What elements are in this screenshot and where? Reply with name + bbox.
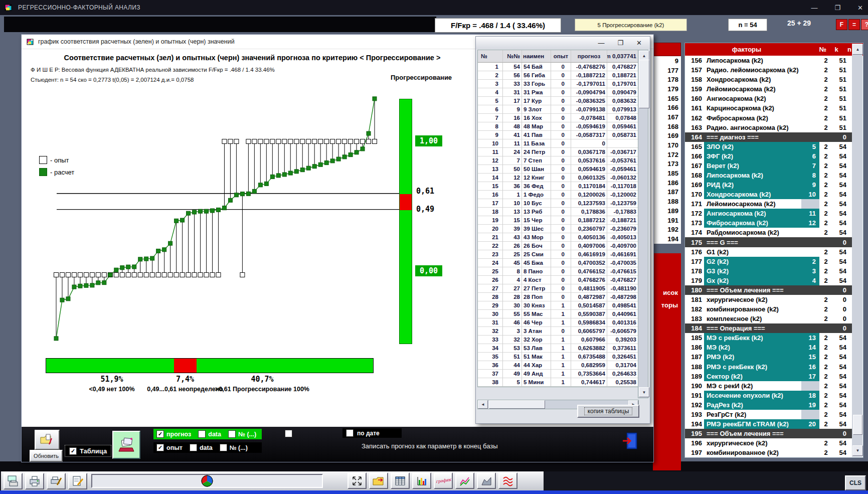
- factor-row[interactable]: 182комбинированное (k2)20: [685, 304, 852, 314]
- factor-row[interactable]: 157Радио. лейомиосаркома (k2)251: [685, 65, 852, 75]
- table-row[interactable]: 699 Злот0-0,07991380,079913: [478, 105, 639, 114]
- table-row[interactable]: 305555 Мас10,55903870,440961: [478, 310, 639, 318]
- table-row[interactable]: 153636 Фед00,1170184-0,117018: [478, 182, 639, 191]
- factor-row[interactable]: 186МЭ (k2)14254: [685, 343, 852, 352]
- factor-row[interactable]: 159Лейомиосаркома (k2)251: [685, 84, 852, 94]
- table-window-titlebar[interactable]: — ❐ ✕: [476, 37, 650, 49]
- table-row[interactable]: 171010 Бус00,1237593-0,123759: [478, 199, 639, 208]
- factor-row[interactable]: 173Фибросаркома (k2)12254: [685, 218, 852, 228]
- table-row[interactable]: 355151 Мак10,67354880,326451: [478, 353, 639, 361]
- table-row[interactable]: 43131 Ржа0-0,09047940,090479: [478, 88, 639, 97]
- factor-row[interactable]: 185МЭ с рекБекк (k2)13254: [685, 333, 852, 343]
- table-row[interactable]: 364444 Хар10,6829590,31704: [478, 361, 639, 370]
- table-row[interactable]: 181313 Ряб00,178836-0,17883: [478, 208, 639, 216]
- copy-table-button[interactable]: копия таблицы: [577, 405, 639, 418]
- close-icon[interactable]: ✕: [857, 4, 863, 12]
- scroll-thumb[interactable]: [639, 60, 649, 108]
- factor-row[interactable]: 188РМЭ с рекБекк (k2)16254: [685, 362, 852, 372]
- factor-row[interactable]: 160Ангиосаркома (k2)251: [685, 94, 852, 103]
- factor-row[interactable]: 162Фибросаркома (k2)251: [685, 113, 852, 122]
- card-file-button[interactable]: [112, 431, 140, 459]
- waves-chart-button[interactable]: [498, 472, 517, 489]
- factor-row[interactable]: 181хирургическое (k2)20: [685, 295, 852, 304]
- col-header-experiment[interactable]: опыт: [551, 50, 571, 62]
- factors-scrollbar[interactable]: ▲ ▼: [852, 44, 862, 457]
- number-checkbox[interactable]: [228, 430, 236, 438]
- table-row[interactable]: 282828 Поп00,4872987-0,487298: [478, 293, 639, 301]
- factor-row[interactable]: 184=== Операция ===0: [685, 323, 852, 333]
- table-row[interactable]: 1611 Федо00,1200026-0,120002: [478, 191, 639, 199]
- data-checkbox2[interactable]: [190, 444, 197, 451]
- factor-row[interactable]: 189Сектор (k2)17254: [685, 372, 852, 381]
- prognosis-option[interactable]: ✓прогноз: [156, 430, 191, 438]
- table-row[interactable]: 203939 Шес00,2360797-0,236079: [478, 225, 639, 233]
- table-row[interactable]: 15454 Бай0-0,47682760,476827: [478, 63, 639, 71]
- table-row[interactable]: 1277 Степ00,0537616-0,053761: [478, 156, 639, 165]
- refresh-button[interactable]: Обновить: [30, 450, 63, 462]
- col-header-name[interactable]: наимен: [522, 50, 551, 62]
- notes-button[interactable]: [68, 473, 87, 489]
- table-row[interactable]: 3233 Атан00,6065797-0,606579: [478, 327, 639, 336]
- factors-scroll-down-icon[interactable]: ▼: [852, 445, 863, 456]
- factor-row[interactable]: 156Липосаркома (k2)251: [685, 56, 852, 65]
- number-checkbox2[interactable]: [220, 444, 227, 451]
- by-date-toggle[interactable]: по дате: [342, 428, 402, 438]
- factors-scroll-up-icon[interactable]: ▲: [852, 44, 863, 55]
- factor-row[interactable]: 194РМЭ реекБГМ сТRAM (k2)20254: [685, 419, 852, 429]
- data-grid-button[interactable]: [391, 472, 410, 489]
- table-checkbox[interactable]: ✓ Таблица: [65, 445, 111, 457]
- factor-row[interactable]: 192РадРез (k2)19254: [685, 400, 852, 410]
- factor-row[interactable]: 163Радио. ангиосаркома (k2)251: [685, 123, 852, 132]
- table-row[interactable]: 345353 Лав10,62638820,373611: [478, 344, 639, 353]
- factor-row[interactable]: 171Лейомиосаркома (k2)254: [685, 199, 852, 209]
- table-row[interactable]: 222626 Боч00,4097006-0,409700: [478, 242, 639, 250]
- table-row[interactable]: 84848 Мар0-0,05946190,059461: [478, 122, 639, 131]
- scroll-left-icon[interactable]: ◄: [478, 400, 488, 409]
- maximize-icon[interactable]: ❐: [834, 4, 840, 12]
- table-row[interactable]: 214343 Мор00,4050136-0,405013: [478, 233, 639, 242]
- line-chart-button[interactable]: [455, 472, 474, 489]
- chart-stamp-button[interactable]: график: [434, 472, 453, 489]
- factors-scroll-thumb[interactable]: [853, 415, 862, 435]
- table-row[interactable]: 191515 Чер00,1887212-0,188721: [478, 216, 639, 225]
- hscroll-thumb[interactable]: [489, 400, 545, 409]
- table-row[interactable]: 244545 Бжа00,4700352-0,470035: [478, 259, 639, 267]
- exit-button[interactable]: [621, 431, 639, 451]
- data-checkbox[interactable]: [198, 430, 206, 438]
- number-option[interactable]: № (...): [228, 430, 256, 438]
- bar-chart-button[interactable]: [412, 472, 431, 489]
- table-row[interactable]: 94141 Пав0-0,05873170,058731: [478, 131, 639, 139]
- table-row[interactable]: 232525 Сми00,4616919-0,461691: [478, 250, 639, 259]
- table-row[interactable]: 374949 Анд10,73536640,264633: [478, 370, 639, 378]
- factor-row[interactable]: 193РезГрСт (k2)254: [685, 410, 852, 419]
- experiment-option[interactable]: ✓опыт: [156, 444, 183, 451]
- factor-row[interactable]: 165ЗЛО (k2)5254: [685, 142, 852, 151]
- print-screen-button[interactable]: [4, 473, 23, 489]
- factor-row[interactable]: 168Липосаркома (k2)8254: [685, 171, 852, 180]
- fisher-button[interactable]: F: [836, 19, 847, 30]
- prognosis-checkbox[interactable]: ✓: [156, 430, 164, 438]
- save-prognosis-note[interactable]: Записать прогноз как параметр в конец ба…: [362, 442, 527, 450]
- factor-row[interactable]: 190МЭ с рекИ (k2)254: [685, 381, 852, 391]
- open-folder-button[interactable]: [35, 430, 60, 450]
- factor-row[interactable]: 183комплексное (k2)20: [685, 314, 852, 323]
- factor-row[interactable]: 178G3 (k2)3254: [685, 266, 852, 276]
- expand-view-button[interactable]: [348, 472, 367, 489]
- cls-button[interactable]: CLS: [845, 475, 866, 490]
- factor-row[interactable]: 196хирургическое (k2)254: [685, 438, 852, 448]
- experiment-checkbox[interactable]: ✓: [156, 444, 164, 451]
- table-row[interactable]: 333232 Хор10,6079660,39203: [478, 336, 639, 344]
- col-header-index[interactable]: №: [478, 50, 503, 62]
- print-report-button[interactable]: [25, 473, 44, 489]
- table-row[interactable]: 2588 Пано00,4766152-0,476615: [478, 267, 639, 276]
- factor-row[interactable]: 195=== Объем лечения ===0: [685, 429, 852, 438]
- factor-row[interactable]: 191Иссечение опухоли (k2)18254: [685, 391, 852, 400]
- factor-row[interactable]: 161Карциносаркома (k2)251: [685, 103, 852, 113]
- factor-row[interactable]: 176G1 (k2)254: [685, 247, 852, 257]
- table-row[interactable]: 314646 Чер10,59868340,401316: [478, 318, 639, 327]
- table-row[interactable]: 272727 Петр00,4811905-0,481190: [478, 284, 639, 293]
- print-settings-button[interactable]: [47, 473, 66, 489]
- table-row[interactable]: 293030 Княз10,50145870,498541: [478, 301, 639, 310]
- help-button[interactable]: ?: [861, 19, 868, 30]
- table-row[interactable]: 33333 Горь0-0,17970110,179701: [478, 80, 639, 88]
